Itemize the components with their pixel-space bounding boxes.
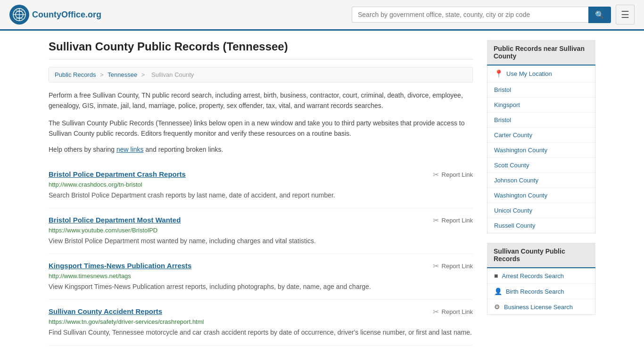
nearby-list: 📍Use My LocationBristolKingsportBristolC…: [487, 66, 595, 233]
nearby-list-item[interactable]: Bristol: [487, 82, 595, 98]
record-header: Kingsport Times-News Publication Arrests…: [49, 262, 473, 271]
logo-svg: [13, 8, 26, 21]
record-item: Kingsport Times-News Publication Arrests…: [49, 254, 473, 300]
sidebar: Public Records near Sullivan County 📍Use…: [487, 40, 595, 346]
share-prefix: Help others by sharing: [49, 146, 116, 153]
breadcrumb-sullivan: Sullivan County: [151, 71, 194, 78]
content-area: Sullivan County Public Records (Tennesse…: [49, 40, 473, 346]
breadcrumb-tennessee[interactable]: Tennessee: [107, 71, 137, 78]
description-1: Perform a free Sullivan County, TN publi…: [49, 90, 473, 111]
nearby-link[interactable]: Johnson County: [494, 177, 538, 184]
logo[interactable]: CountyOffice.org: [9, 5, 101, 25]
sidebar-record-item: ■ Arrest Records Search: [487, 268, 595, 284]
record-type-icon: ⚙: [494, 303, 500, 311]
sidebar-record-item: 👤 Birth Records Search: [487, 284, 595, 299]
record-title[interactable]: Bristol Police Department Most Wanted: [49, 216, 181, 224]
nearby-link[interactable]: Kingsport: [494, 101, 520, 108]
site-header: CountyOffice.org 🔍 ☰: [0, 0, 644, 31]
record-title[interactable]: Bristol Police Department Crash Reports: [49, 170, 186, 178]
report-link-btn[interactable]: ✂ Report Link: [433, 216, 473, 225]
nearby-list-item[interactable]: Unicoi County: [487, 203, 595, 218]
nearby-link[interactable]: Russell County: [494, 222, 535, 229]
nearby-link[interactable]: Scott County: [494, 162, 529, 169]
search-button[interactable]: 🔍: [588, 7, 611, 23]
use-location-btn[interactable]: 📍Use My Location: [487, 66, 595, 82]
nearby-list-item[interactable]: Washington County: [487, 143, 595, 158]
location-pin-icon: 📍: [494, 69, 504, 78]
record-description: View Bristol Police Department most want…: [49, 236, 473, 246]
sidebar-record-item: ⚙ Business License Search: [487, 299, 595, 314]
new-links[interactable]: new links: [116, 146, 144, 153]
sidebar-record-link[interactable]: Birth Records Search: [506, 288, 564, 295]
nearby-link[interactable]: Unicoi County: [494, 207, 532, 214]
nearby-list-item[interactable]: Carter County: [487, 128, 595, 143]
records-section: Sullivan County Public Records ■ Arrest …: [487, 243, 595, 315]
record-title[interactable]: Kingsport Times-News Publication Arrests: [49, 262, 191, 270]
breadcrumb-sep-2: >: [141, 71, 147, 78]
nearby-link[interactable]: Carter County: [494, 132, 532, 139]
page-title: Sullivan County Public Records (Tennesse…: [49, 40, 473, 59]
logo-name: CountyOffice: [32, 10, 85, 19]
record-type-icon: 👤: [494, 288, 502, 295]
logo-suffix: .org: [85, 10, 101, 19]
breadcrumb: Public Records > Tennessee > Sullivan Co…: [49, 67, 473, 82]
hamburger-icon: ☰: [621, 9, 629, 20]
report-link-label: Report Link: [442, 171, 473, 178]
records-section-list: ■ Arrest Records Search 👤 Birth Records …: [487, 268, 595, 315]
record-item: Bristol Police Department Most Wanted ✂ …: [49, 208, 473, 254]
sidebar-record-link[interactable]: Arrest Records Search: [502, 272, 564, 280]
records-list: Bristol Police Department Crash Reports …: [49, 163, 473, 346]
record-url[interactable]: http://www.timesnews.net/tags: [49, 272, 473, 280]
nearby-list-item[interactable]: Bristol: [487, 113, 595, 128]
report-link-btn[interactable]: ✂ Report Link: [433, 262, 473, 271]
report-link-label: Report Link: [442, 217, 473, 224]
logo-text: CountyOffice.org: [32, 10, 101, 20]
search-area: 🔍 ☰: [352, 5, 635, 25]
nearby-link[interactable]: Washington County: [494, 192, 547, 199]
nearby-section: Public Records near Sullivan County 📍Use…: [487, 40, 595, 233]
breadcrumb-public-records[interactable]: Public Records: [55, 71, 96, 78]
nearby-header: Public Records near Sullivan County: [487, 40, 595, 66]
scissors-icon: ✂: [433, 170, 439, 179]
report-link-label: Report Link: [442, 308, 473, 315]
record-type-icon: ■: [494, 272, 498, 280]
report-link-label: Report Link: [442, 263, 473, 270]
search-icon: 🔍: [595, 11, 604, 19]
logo-icon: [9, 5, 29, 25]
record-description: View Kingsport Times-News Publication ar…: [49, 282, 473, 292]
breadcrumb-sep-1: >: [100, 71, 105, 78]
record-item: Bristol Police Department Crash Reports …: [49, 163, 473, 208]
nearby-list-item[interactable]: Johnson County: [487, 173, 595, 188]
report-link-btn[interactable]: ✂ Report Link: [433, 170, 473, 179]
nearby-list-item[interactable]: Scott County: [487, 158, 595, 173]
records-section-header: Sullivan County Public Records: [487, 243, 595, 268]
record-header: Bristol Police Department Most Wanted ✂ …: [49, 216, 473, 225]
record-description: Find Sullivan County, Tennessee motorcyc…: [49, 328, 473, 337]
record-title[interactable]: Sullivan County Accident Reports: [49, 307, 162, 315]
scissors-icon: ✂: [433, 216, 439, 225]
nearby-link[interactable]: Bristol: [494, 116, 511, 123]
nearby-list-item[interactable]: Russell County: [487, 218, 595, 233]
description-2: The Sullivan County Public Records (Tenn…: [49, 118, 473, 139]
record-header: Sullivan County Accident Reports ✂ Repor…: [49, 307, 473, 316]
record-header: Bristol Police Department Crash Reports …: [49, 170, 473, 179]
use-location-label: Use My Location: [506, 70, 552, 77]
search-input[interactable]: [352, 7, 588, 23]
record-url[interactable]: https://www.youtube.com/user/BristolPD: [49, 227, 473, 234]
scissors-icon: ✂: [433, 307, 439, 316]
share-suffix: and reporting broken links.: [144, 146, 223, 153]
scissors-icon: ✂: [433, 262, 439, 271]
report-link-btn[interactable]: ✂ Report Link: [433, 307, 473, 316]
record-url[interactable]: https://www.tn.gov/safety/driver-service…: [49, 318, 473, 325]
record-description: Search Bristol Police Department crash r…: [49, 190, 473, 200]
record-url[interactable]: http://www.crashdocs.org/tn-bristol: [49, 181, 473, 188]
share-text: Help others by sharing new links and rep…: [49, 146, 473, 153]
nearby-link[interactable]: Washington County: [494, 147, 547, 154]
nearby-list-item[interactable]: Kingsport: [487, 98, 595, 113]
menu-button[interactable]: ☰: [616, 5, 635, 25]
nearby-list-item[interactable]: Washington County: [487, 188, 595, 203]
main-layout: Sullivan County Public Records (Tennesse…: [39, 31, 605, 355]
nearby-link[interactable]: Bristol: [494, 86, 511, 93]
sidebar-record-link[interactable]: Business License Search: [504, 304, 573, 311]
record-item: Sullivan County Accident Reports ✂ Repor…: [49, 300, 473, 346]
